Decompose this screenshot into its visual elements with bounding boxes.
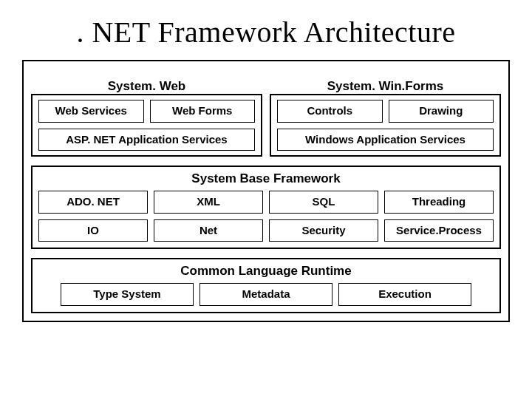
base-row1: ADO. NET XML SQL Threading [38, 191, 494, 214]
system-web-row2: ASP. NET Application Services [38, 129, 255, 151]
clr-title: Common Language Runtime [38, 264, 494, 279]
system-winforms-box: System. Win.Forms Controls Drawing Windo… [270, 94, 501, 157]
system-web-title: System. Web [33, 79, 261, 94]
threading-cell: Threading [384, 191, 494, 214]
system-winforms-row2: Windows Application Services [277, 129, 494, 151]
clr-box: Common Language Runtime Type System Meta… [31, 258, 501, 313]
aspnet-app-services-cell: ASP. NET Application Services [38, 129, 255, 151]
windows-app-services-cell: Windows Application Services [277, 129, 494, 151]
base-framework-title: System Base Framework [38, 171, 494, 186]
controls-cell: Controls [277, 100, 383, 123]
io-cell: IO [38, 219, 148, 242]
top-row: System. Web Web Services Web Forms ASP. … [31, 94, 501, 157]
system-web-box: System. Web Web Services Web Forms ASP. … [31, 94, 262, 157]
serviceprocess-cell: Service.Process [384, 219, 494, 242]
security-cell: Security [269, 219, 378, 242]
system-web-row1: Web Services Web Forms [38, 100, 255, 123]
web-forms-cell: Web Forms [150, 100, 256, 123]
metadata-cell: Metadata [200, 283, 332, 306]
clr-row: Type System Metadata Execution [38, 283, 494, 306]
type-system-cell: Type System [61, 283, 194, 306]
xml-cell: XML [154, 191, 263, 214]
sql-cell: SQL [269, 191, 378, 214]
execution-cell: Execution [338, 283, 471, 306]
system-winforms-row1: Controls Drawing [277, 100, 494, 123]
system-winforms-title: System. Win.Forms [271, 79, 499, 94]
page-title: . NET Framework Architecture [22, 15, 510, 50]
adonet-cell: ADO. NET [38, 191, 148, 214]
drawing-cell: Drawing [389, 100, 494, 123]
diagram-outer: System. Web Web Services Web Forms ASP. … [22, 60, 510, 322]
base-framework-box: System Base Framework ADO. NET XML SQL T… [31, 166, 501, 249]
net-cell: Net [154, 219, 263, 242]
base-row2: IO Net Security Service.Process [38, 219, 494, 242]
web-services-cell: Web Services [38, 100, 144, 123]
